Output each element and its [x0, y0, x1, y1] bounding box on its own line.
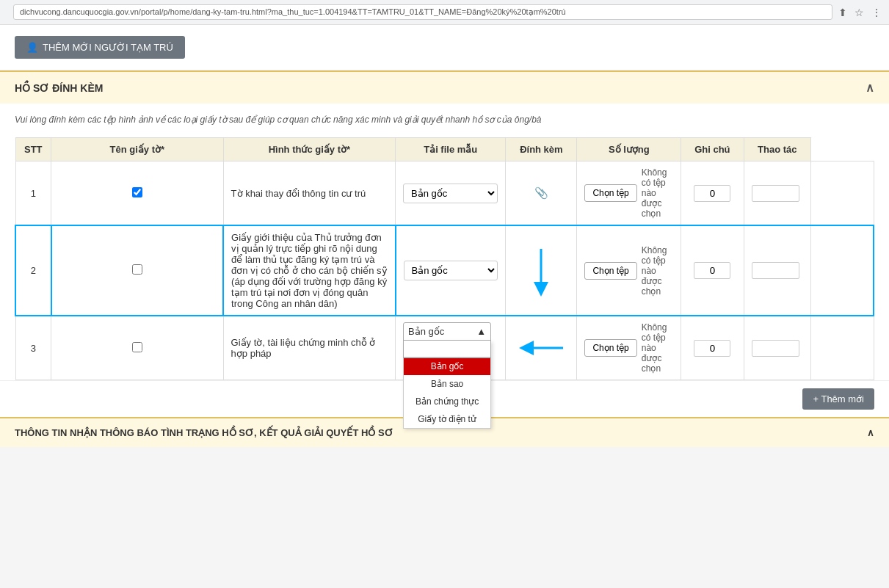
- ho-so-header: HỒ SƠ ĐÍNH KÈM ∧: [0, 70, 889, 104]
- col-form-type: Hình thức giấy tờ*: [223, 138, 396, 161]
- row3-action-cell: [811, 316, 874, 380]
- row2-form-select[interactable]: Bản gốc Bản sao Bản chứng thực Giấy tờ đ…: [404, 261, 498, 280]
- row1-note-cell: [744, 161, 811, 226]
- row2-action-cell: [811, 225, 874, 316]
- table-row: 3 Giấy tờ, tài liệu chứng minh chỗ ở hợp…: [15, 316, 874, 380]
- thong-tin-title: THÔNG TIN NHẬN THÔNG BÁO TÌNH TRẠNG HỒ S…: [15, 427, 393, 438]
- row3-note-input[interactable]: [752, 340, 799, 357]
- row1-choose-file-button[interactable]: Chọn tệp: [584, 184, 636, 202]
- svg-marker-1: [534, 282, 548, 297]
- ho-so-section: HỒ SƠ ĐÍNH KÈM ∧ Vui lòng đính kèm các t…: [0, 70, 889, 417]
- row3-name: Giấy tờ, tài liệu chứng minh chỗ ở hợp p…: [223, 316, 396, 380]
- menu-icon[interactable]: ⋮: [871, 7, 882, 18]
- add-new-button[interactable]: + Thêm mới: [802, 388, 874, 410]
- col-note: Ghi chú: [681, 138, 744, 161]
- row1-quantity-cell: [681, 161, 744, 226]
- row1-form-select[interactable]: Bản gốc Bản sao Bản chứng thực Giấy tờ đ…: [403, 184, 498, 203]
- col-attach: Đính kèm: [506, 138, 577, 161]
- ho-so-body: Vui lòng đính kèm các tệp hình ảnh về cá…: [0, 104, 889, 380]
- row1-file-sample: 📎: [506, 161, 577, 226]
- row3-selected-value: Bản gốc: [408, 326, 444, 337]
- row2-file-sample: [506, 225, 577, 316]
- row1-note-input[interactable]: [752, 185, 799, 202]
- row1-checkbox[interactable]: [132, 187, 142, 197]
- row3-chevron-up-icon: ▲: [476, 326, 486, 337]
- row2-attach-cell: Chọn tệp Không có tệp nào được chọn: [577, 225, 681, 316]
- row3-quantity-input[interactable]: [694, 340, 730, 357]
- add-person-button[interactable]: 👤 THÊM MỚI NGƯỜI TẠM TRÚ: [15, 36, 185, 59]
- row3-choose-file-button[interactable]: Chọn tệp: [584, 339, 636, 357]
- row2-note-cell: [744, 225, 811, 316]
- documents-table: STT Tên giấy tờ* Hình thức giấy tờ* Tải …: [15, 137, 874, 380]
- row3-dropdown-search[interactable]: [404, 341, 490, 357]
- person-icon: 👤: [26, 42, 38, 53]
- arrow-left-annotation: [515, 337, 567, 359]
- col-file-sample: Tải file mẫu: [396, 138, 506, 161]
- row2-stt: 2: [15, 225, 51, 316]
- row1-checkbox-cell: [51, 161, 224, 226]
- row3-dropdown-menu: Bản gốc Bản sao Bản chứng thực Giấy tờ đ…: [403, 341, 491, 429]
- row3-form-cell: Bản gốc ▲ Bản gốc Bản sao Bản chứng thực…: [396, 316, 506, 380]
- col-quantity: Số lượng: [577, 138, 681, 161]
- row2-quantity-input[interactable]: [694, 262, 730, 279]
- footer-chevron-up-icon[interactable]: ∧: [867, 427, 874, 438]
- arrow-down-annotation: [526, 245, 556, 304]
- row1-attach-cell: Chọn tệp Không có tệp nào được chọn: [577, 161, 681, 226]
- svg-marker-3: [519, 341, 534, 355]
- row3-no-file-text: Không có tệp nào được chọn: [642, 322, 673, 374]
- row3-file-sample: [506, 316, 577, 380]
- chevron-up-icon[interactable]: ∧: [866, 81, 874, 95]
- table-row: 1 Tờ khai thay đổi thông tin cư trú Bản …: [15, 161, 874, 226]
- row2-checkbox-cell: [51, 225, 224, 316]
- row2-note-input[interactable]: [752, 262, 799, 279]
- row1-name: Tờ khai thay đổi thông tin cư trú: [223, 161, 396, 226]
- browser-bar: dichvucong.dancuquocgia.gov.vn/portal/p/…: [0, 0, 889, 25]
- row1-no-file-text: Không có tệp nào được chọn: [642, 167, 673, 219]
- row1-quantity-input[interactable]: [694, 185, 730, 202]
- row1-form-cell: Bản gốc Bản sao Bản chứng thực Giấy tờ đ…: [396, 161, 506, 226]
- row3-dropdown-container: Bản gốc ▲ Bản gốc Bản sao Bản chứng thực…: [403, 322, 498, 341]
- row2-quantity-cell: [681, 225, 744, 316]
- dropdown-item-ban-chung-thuc[interactable]: Bản chứng thực: [404, 393, 490, 410]
- row2-checkbox[interactable]: [132, 264, 142, 275]
- share-icon[interactable]: ⬆: [838, 7, 847, 18]
- row3-form-select-display[interactable]: Bản gốc ▲: [403, 322, 491, 341]
- row3-checkbox[interactable]: [132, 342, 142, 352]
- col-action: Thao tác: [744, 138, 811, 161]
- dropdown-item-giay-to-dien-tu[interactable]: Giấy tờ điện tử: [404, 410, 490, 428]
- row1-stt: 1: [15, 161, 51, 226]
- ho-so-title: HỒ SƠ ĐÍNH KÈM: [15, 82, 103, 94]
- row3-stt: 3: [15, 316, 51, 380]
- row2-no-file-text: Không có tệp nào được chọn: [642, 245, 673, 297]
- instruction-text: Vui lòng đính kèm các tệp hình ảnh về cá…: [15, 111, 874, 128]
- dropdown-item-ban-sao[interactable]: Bản sao: [404, 375, 490, 393]
- table-row: 2 Giấy giới thiệu của Thủ trưởng đơn vị …: [15, 225, 874, 316]
- browser-icons: ⬆ ☆ ⋮: [838, 7, 882, 18]
- row3-attach-cell: Chọn tệp Không có tệp nào được chọn: [577, 316, 681, 380]
- row2-name: Giấy giới thiệu của Thủ trưởng đơn vị qu…: [223, 225, 396, 316]
- row3-checkbox-cell: [51, 316, 224, 380]
- top-section: 👤 THÊM MỚI NGƯỜI TẠM TRÚ: [0, 25, 889, 70]
- col-name: Tên giấy tờ*: [51, 138, 224, 161]
- row3-quantity-cell: [681, 316, 744, 380]
- col-stt: STT: [15, 138, 51, 161]
- row3-note-cell: [744, 316, 811, 380]
- row1-action-cell: [811, 161, 874, 226]
- row2-form-cell: Bản gốc Bản sao Bản chứng thực Giấy tờ đ…: [396, 225, 506, 316]
- url-bar[interactable]: dichvucong.dancuquocgia.gov.vn/portal/p/…: [13, 4, 832, 20]
- dropdown-item-ban-goc[interactable]: Bản gốc: [404, 357, 490, 375]
- row2-choose-file-button[interactable]: Chọn tệp: [584, 262, 636, 280]
- star-icon[interactable]: ☆: [854, 7, 864, 18]
- paperclip-icon[interactable]: 📎: [534, 186, 548, 199]
